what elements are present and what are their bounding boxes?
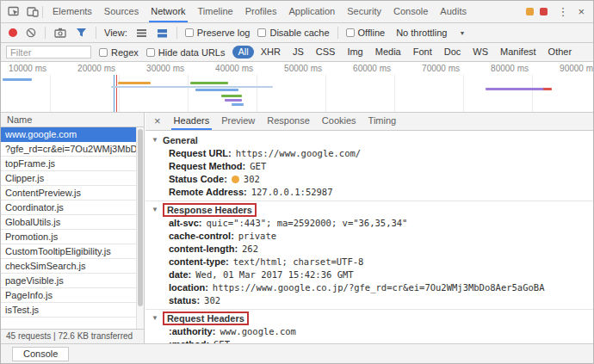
header-key: location: (169, 281, 208, 294)
request-row[interactable]: ?gfe_rd=cr&ei=7Ou2WMj3MbDo8Aer5aGoBA (1, 142, 136, 157)
preserve-log-checkbox[interactable]: Preserve log (185, 28, 251, 38)
detail-tab-response[interactable]: Response (261, 113, 316, 130)
error-badge-icon[interactable] (540, 8, 548, 15)
filter-input[interactable] (6, 46, 91, 59)
request-row[interactable]: Promotion.js (1, 230, 136, 244)
section-title-row[interactable]: ▼General (145, 133, 593, 147)
request-row[interactable]: topFrame.js (1, 157, 136, 171)
request-row[interactable]: checkSimSearch.js (1, 259, 136, 274)
tab-sources[interactable]: Sources (98, 1, 145, 22)
record-network-log-icon[interactable] (9, 28, 17, 37)
section-title-text-annotated: Response Headers (163, 203, 257, 217)
filter-pill-img[interactable]: Img (342, 46, 368, 59)
tab-profiles[interactable]: Profiles (239, 1, 283, 22)
section-title-row[interactable]: ▼Request Headers (145, 311, 593, 325)
device-toolbar-icon[interactable] (23, 3, 42, 22)
tab-network[interactable]: Network (145, 1, 191, 22)
filter-pill-media[interactable]: Media (370, 46, 406, 59)
clear-network-log-icon[interactable] (25, 23, 37, 42)
request-row[interactable]: www.google.com (1, 127, 136, 142)
request-row[interactable]: GlobalUtils.js (1, 215, 136, 230)
detail-tab-bar: × HeadersPreviewResponseCookiesTiming (145, 113, 593, 131)
filter-pill-doc[interactable]: Doc (439, 46, 467, 59)
kebab-menu-icon[interactable]: ⋮ (557, 6, 568, 17)
section-title-row[interactable]: ▼Response Headers (145, 202, 593, 217)
tab-console[interactable]: Console (387, 1, 434, 22)
timeline-overview[interactable]: 10000 ms20000 ms30000 ms40000 ms50000 ms… (1, 62, 593, 113)
timeline-gridline (119, 75, 120, 112)
disclosure-triangle-icon[interactable]: ▼ (152, 314, 158, 322)
timeline-request-bar (232, 103, 244, 106)
request-row[interactable]: pageVisible.js (1, 274, 136, 288)
close-devtools-icon[interactable]: × (578, 6, 585, 17)
header-row: Request URL:https://www.google.com/ (145, 147, 593, 160)
show-overview-icon[interactable] (156, 23, 169, 42)
offline-label: Offline (358, 28, 386, 38)
header-value: 302 (204, 294, 220, 307)
hide-data-urls-checkbox[interactable]: Hide data URLs (146, 47, 226, 58)
request-list: www.google.com?gfe_rd=cr&ei=7Ou2WMj3MbDo… (1, 127, 136, 329)
offline-checkbox[interactable]: Offline (346, 28, 386, 38)
header-value: GET (250, 160, 266, 173)
tab-timeline[interactable]: Timeline (192, 1, 239, 22)
tab-security[interactable]: Security (341, 1, 387, 22)
requests-column-header[interactable]: Name (1, 113, 144, 127)
request-row[interactable]: ContentPreview.js (1, 186, 136, 201)
disclosure-triangle-icon[interactable]: ▼ (152, 206, 158, 213)
filter-pill-css[interactable]: CSS (311, 46, 341, 59)
tab-application[interactable]: Application (282, 1, 341, 22)
detail-tab-timing[interactable]: Timing (362, 113, 403, 130)
timeline-time-label: 10000 ms (1, 64, 46, 73)
inspect-element-icon[interactable] (4, 3, 23, 22)
tab-audits[interactable]: Audits (434, 1, 473, 22)
tab-elements[interactable]: Elements (46, 1, 98, 22)
capture-screenshots-icon[interactable] (53, 23, 67, 42)
request-row[interactable]: isTest.js (1, 303, 136, 318)
warning-badge-icon[interactable] (526, 8, 534, 15)
filter-pills: AllXHRJSCSSImgMediaFontDocWSManifestOthe… (232, 46, 577, 59)
scrollbar-thumb[interactable] (138, 129, 143, 306)
request-row[interactable]: PageInfo.js (1, 288, 136, 303)
dropdown-arrow-icon: ▼ (459, 30, 465, 36)
detail-tab-preview[interactable]: Preview (215, 113, 261, 130)
regex-checkbox[interactable]: Regex (99, 47, 139, 58)
header-row: Request Method:GET (145, 160, 593, 173)
filter-pill-font[interactable]: Font (408, 46, 437, 59)
timeline-request-bar (225, 99, 242, 102)
header-key: Request Method: (169, 160, 245, 173)
timeline-request-bar (118, 82, 151, 84)
detail-tab-cookies[interactable]: Cookies (316, 113, 362, 130)
disable-cache-checkbox[interactable]: Disable cache (257, 28, 329, 38)
timeline-request-bar (486, 88, 548, 90)
section-title-text-annotated: Request Headers (163, 312, 249, 325)
disclosure-triangle-icon[interactable]: ▼ (152, 136, 158, 144)
header-row: :authority:www.google.com (145, 325, 593, 338)
request-row[interactable]: CustomTooltipEligibility.js (1, 244, 136, 259)
header-key: content-length: (169, 243, 238, 256)
filter-pill-all[interactable]: All (232, 46, 253, 59)
network-filter-bar: Regex Hide data URLs AllXHRJSCSSImgMedia… (1, 43, 593, 62)
small-request-rows-icon[interactable] (135, 23, 148, 42)
request-list-panel: Name www.google.com?gfe_rd=cr&ei=7Ou2WMj… (1, 113, 145, 343)
header-key: Status Code: (169, 173, 227, 186)
header-key: Remote Address: (169, 186, 247, 199)
header-key: :authority: (169, 325, 215, 338)
preserve-log-label: Preserve log (197, 28, 251, 38)
filter-pill-other[interactable]: Other (543, 46, 578, 59)
header-value: 127.0.0.1:52987 (251, 186, 333, 199)
request-row[interactable]: Clipper.js (1, 171, 136, 186)
filter-pill-js[interactable]: JS (288, 46, 309, 59)
throttling-select[interactable]: No throttling ▼ (396, 28, 465, 38)
close-details-icon[interactable]: × (147, 113, 168, 130)
filter-pill-ws[interactable]: WS (467, 46, 493, 59)
filter-pill-manifest[interactable]: Manifest (495, 46, 541, 59)
filter-toggle-icon[interactable] (75, 23, 88, 42)
header-key: content-type: (169, 256, 229, 268)
section-title-text: General (163, 135, 198, 145)
headers-body: ▼GeneralRequest URL:https://www.google.c… (145, 131, 593, 343)
filter-pill-xhr[interactable]: XHR (256, 46, 286, 59)
console-drawer-tab[interactable]: Console (12, 347, 69, 361)
request-list-scrollbar[interactable] (136, 127, 144, 329)
detail-tab-headers[interactable]: Headers (168, 113, 216, 130)
request-row[interactable]: Coordinator.js (1, 201, 136, 215)
